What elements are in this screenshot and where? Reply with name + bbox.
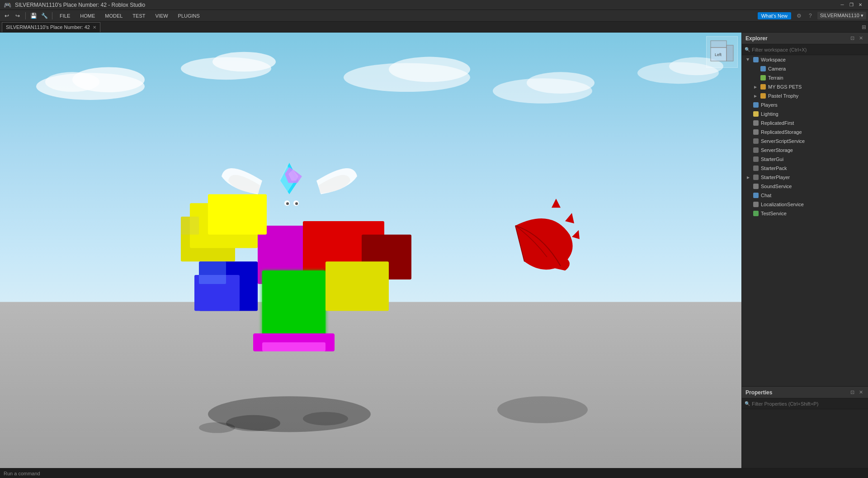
properties-content [742,409,868,468]
tree-label-serverstorage: ServerStorage [761,147,793,153]
svg-rect-57 [753,175,759,180]
tree-item-terrain[interactable]: ▶Terrain [742,73,868,82]
svg-rect-53 [753,138,759,144]
tree-item-starterplayer[interactable]: ▶StarterPlayer [742,173,868,182]
svg-rect-52 [753,129,759,135]
tree-label-replicatedfirst: ReplicatedFirst [761,120,794,126]
tree-item-localizationservice[interactable]: ▶LocalizationService [742,200,868,209]
nav-cube[interactable]: Left [706,36,738,68]
menu-file[interactable]: FILE [55,12,75,19]
title-bar-controls: ─ ❐ ✕ [838,1,864,9]
svg-rect-60 [753,202,759,207]
tree-item-replicatedfirst[interactable]: ▶ReplicatedFirst [742,118,868,128]
tree-label-pasteltrophy: Pastel Trophy [768,93,798,99]
tree-expand-pasteltrophy[interactable]: ▶ [753,93,758,99]
explorer-close-button[interactable]: ✕ [858,35,864,42]
properties-title: Properties [745,389,772,396]
minimize-button[interactable]: ─ [838,1,846,9]
popout-button[interactable]: ⊞ [862,24,866,30]
svg-rect-47 [760,84,766,90]
tab-close-button[interactable]: ✕ [93,25,96,30]
starter-icon [753,174,759,180]
filter-workspace-bar: 🔍 [742,44,868,55]
starter-icon [753,156,759,162]
svg-rect-41 [711,41,726,47]
workspace-icon [753,57,759,63]
tree-item-startergui[interactable]: ▶StarterGui [742,155,868,164]
tree-expand-mybgspets[interactable]: ▶ [753,84,758,90]
svg-point-14 [226,415,280,431]
restore-button[interactable]: ❐ [847,1,855,9]
save-button[interactable]: 💾 [28,11,38,21]
svg-rect-45 [760,66,766,71]
menu-home[interactable]: HOME [75,12,99,19]
tree-item-pasteltrophy[interactable]: ▶Pastel Trophy [742,91,868,100]
tree-item-chat[interactable]: ▶Chat [742,191,868,200]
menu-bar: ↩ ↪ 💾 🔧 FILE HOME MODEL TEST VIEW PLUGIN… [0,10,868,22]
viewport[interactable]: Left [0,33,741,468]
svg-rect-49 [753,102,759,108]
tree-item-testservice[interactable]: ▶TestService [742,209,868,218]
tree-item-serverscriptservice[interactable]: ▶ServerScriptService [742,137,868,146]
lighting-icon [753,111,759,117]
properties-panel: Properties ⊡ ✕ 🔍 [742,387,868,468]
explorer-float-button[interactable]: ⊡ [849,35,856,42]
status-text: Run a command [4,471,40,476]
svg-rect-48 [760,93,766,99]
explorer-header: Explorer ⊡ ✕ [742,33,868,44]
tab-label: SILVERMAN1110's Place Number: 42 [6,24,90,30]
viewport-tab[interactable]: SILVERMAN1110's Place Number: 42 ✕ [2,22,100,32]
tree-item-mybgspets[interactable]: ▶MY BGS PETS [742,82,868,91]
filter-properties-input[interactable] [752,401,865,407]
help-icon[interactable]: ? [807,12,814,20]
menu-test[interactable]: TEST [128,12,150,19]
menu-plugins[interactable]: PLUGINS [174,12,204,19]
tab-bar: SILVERMAN1110's Place Number: 42 ✕ ⊞ [0,22,868,33]
tree-item-workspace[interactable]: ▶Workspace [742,55,868,64]
tree-label-mybgspets: MY BGS PETS [768,84,802,90]
settings-icon[interactable]: ⚙ [795,12,803,20]
whats-new-button[interactable]: What's New [758,12,791,19]
properties-header: Properties ⊡ ✕ [742,387,868,398]
starter-icon [753,165,759,171]
svg-point-16 [199,422,235,433]
close-button[interactable]: ✕ [856,1,864,9]
tree-label-chat: Chat [761,193,771,198]
tree-item-players[interactable]: ▶Players [742,100,868,109]
properties-float-button[interactable]: ⊡ [849,389,856,396]
undo-button[interactable]: ↩ [2,11,12,21]
tree-label-starterpack: StarterPack [761,166,787,171]
tree-container[interactable]: ▶Workspace▶Camera▶Terrain▶MY BGS PETS▶Pa… [742,55,868,386]
tree-label-players: Players [761,102,778,108]
chat-icon [753,192,759,199]
tree-label-localizationservice: LocalizationService [761,202,804,207]
terrain-icon [760,75,766,81]
properties-controls: ⊡ ✕ [849,389,864,396]
toolbar-divider-1 [25,12,26,19]
tree-expand-starterplayer[interactable]: ▶ [745,175,751,180]
tree-item-starterpack[interactable]: ▶StarterPack [742,164,868,173]
tree-expand-workspace[interactable]: ▶ [745,57,751,62]
tree-item-soundservice[interactable]: ▶SoundService [742,182,868,191]
svg-rect-28 [253,333,335,351]
folder-icon [760,84,766,90]
svg-point-13 [208,396,371,432]
redo-button[interactable]: ↪ [13,11,23,21]
tree-item-lighting[interactable]: ▶Lighting [742,109,868,118]
menu-view[interactable]: VIEW [151,12,172,19]
app-title: SILVERMAN1110's Place Number: 42 - Roblo… [15,2,145,8]
players-icon [753,102,759,108]
status-bar: Run a command [0,468,868,478]
tool-button[interactable]: 🔧 [39,11,49,21]
tree-label-startergui: StarterGui [761,156,783,162]
filter-workspace-input[interactable] [752,47,865,52]
tree-item-replicatedstorage[interactable]: ▶ReplicatedStorage [742,128,868,137]
toolbar-divider-2 [52,12,52,19]
svg-rect-56 [753,166,759,171]
menu-model[interactable]: MODEL [100,12,127,19]
properties-close-button[interactable]: ✕ [858,389,864,396]
tree-item-camera[interactable]: ▶Camera [742,64,868,73]
username-display[interactable]: SILVERMAN1110 ▾ [817,12,866,19]
tree-item-serverstorage[interactable]: ▶ServerStorage [742,146,868,155]
explorer-title: Explorer [745,35,768,42]
